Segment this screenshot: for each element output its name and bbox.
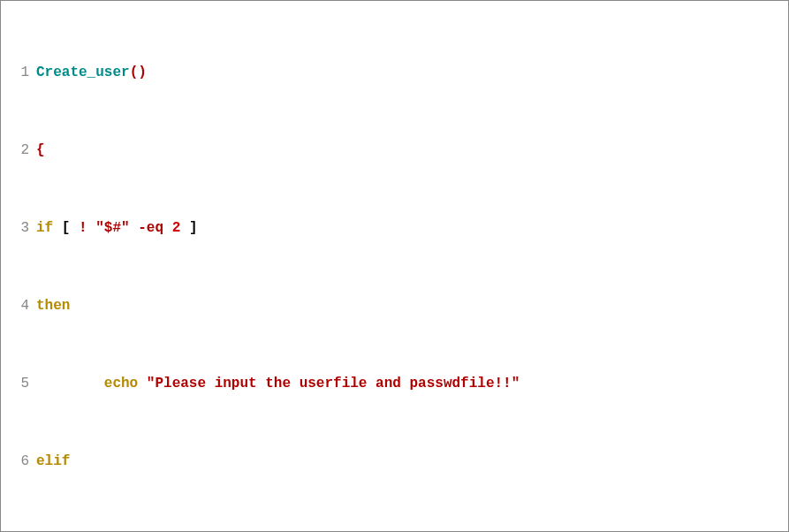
code-editor[interactable]: 1 Create_user() 2 { 3 if [ ! "$#" -eq 2 …: [0, 0, 789, 532]
line-number: 3: [4, 218, 36, 238]
code-content: elif: [36, 452, 785, 471]
line-number: 1: [4, 63, 36, 82]
code-content: {: [36, 141, 785, 160]
code-line: 3 if [ ! "$#" -eq 2 ]: [4, 218, 785, 238]
code-line: 6 elif: [4, 452, 785, 471]
code-content: Create_user(): [36, 63, 785, 82]
code-content: if [ ! "$#" -eq 2 ]: [36, 218, 785, 238]
code-line: 4 then: [4, 296, 785, 315]
code-line: 5 echo "Please input the userfile and pa…: [4, 374, 785, 393]
code-line: 1 Create_user(): [4, 63, 785, 82]
line-number: 4: [4, 296, 36, 315]
line-number: 5: [4, 374, 36, 393]
line-number: 6: [4, 452, 36, 471]
code-line: 2 {: [4, 141, 785, 160]
line-number: 2: [4, 141, 36, 160]
code-content: echo "Please input the userfile and pass…: [36, 374, 785, 393]
code-content: then: [36, 296, 785, 315]
